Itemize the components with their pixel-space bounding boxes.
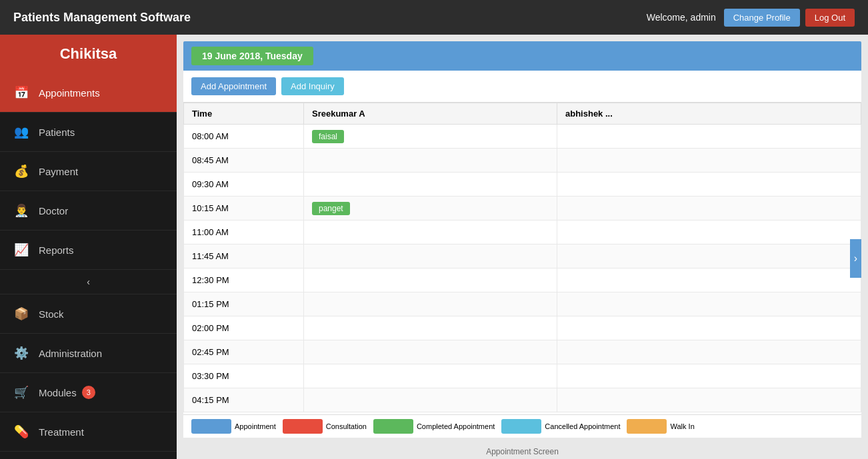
modules-icon: 🛒 [13, 385, 29, 400]
sidebar-item-reports[interactable]: 📈 Reports [0, 230, 177, 270]
sidebar-footer: © 2017 Sanskruti Technologies [0, 452, 177, 459]
col-time: Time [184, 103, 304, 125]
sidebar-item-stock[interactable]: 📦 Stock [0, 294, 177, 334]
sreekumar-cell[interactable] [304, 244, 557, 268]
sidebar-item-patients[interactable]: 👥 Patients [0, 113, 177, 152]
sidebar-item-modules[interactable]: 🛒 Modules 3 [0, 373, 177, 412]
time-cell: 09:30 AM [184, 173, 304, 197]
abhishek-cell[interactable] [557, 149, 861, 173]
legend-dot-walkin [627, 419, 667, 434]
sidebar-item-label: Reports [39, 244, 74, 256]
sidebar-item-label: Stock [39, 308, 64, 320]
sreekumar-cell[interactable] [304, 340, 557, 364]
date-badge: 19 June 2018, Tuesday [191, 47, 313, 65]
legend-dot-appointment [191, 419, 231, 434]
time-cell: 11:00 AM [184, 221, 304, 244]
nav-arrow-right-button[interactable]: › [850, 239, 861, 278]
sreekumar-cell[interactable] [304, 173, 557, 197]
sidebar-brand: Chikitsa [0, 35, 177, 73]
sreekumar-cell[interactable] [304, 364, 557, 388]
bottom-caption: Appointment Screen [177, 444, 868, 459]
sreekumar-cell[interactable]: panget [304, 197, 557, 221]
sreekumar-cell[interactable] [304, 292, 557, 316]
sidebar-item-payment[interactable]: 💰 Payment [0, 152, 177, 191]
top-header: Patients Management Software Welcome, ad… [0, 0, 868, 35]
legend-completed: Completed Appointment [373, 419, 495, 434]
calendar-toolbar: Add Appointment Add Inquiry [183, 71, 861, 103]
main-layout: Chikitsa 📅 Appointments 👥 Patients 💰 Pay… [0, 35, 868, 459]
legend-dot-completed [373, 419, 413, 434]
collapse-icon: ‹ [87, 276, 90, 287]
add-appointment-button[interactable]: Add Appointment [191, 77, 276, 95]
time-cell: 04:15 PM [184, 388, 304, 412]
sidebar-item-label: Doctor [39, 205, 68, 217]
time-cell: 02:45 PM [184, 340, 304, 364]
payment-icon: 💰 [13, 164, 29, 179]
abhishek-cell[interactable] [557, 340, 861, 364]
time-cell: 11:45 AM [184, 244, 304, 268]
sreekumar-cell[interactable]: faisal [304, 125, 557, 149]
abhishek-cell[interactable] [557, 173, 861, 197]
legend-cancelled: Cancelled Appointment [501, 419, 620, 434]
abhishek-cell[interactable] [557, 292, 861, 316]
administration-icon: ⚙️ [13, 346, 29, 360]
abhishek-cell[interactable] [557, 316, 861, 340]
doctor-icon: 👨‍⚕️ [13, 203, 29, 218]
abhishek-cell[interactable] [557, 244, 861, 268]
change-profile-button[interactable]: Change Profile [724, 9, 800, 27]
app-title: Patients Management Software [13, 11, 647, 25]
appointment-tag[interactable]: faisal [312, 130, 344, 143]
abhishek-cell[interactable] [557, 221, 861, 244]
sreekumar-cell[interactable] [304, 221, 557, 244]
welcome-text: Welcome, admin [647, 12, 716, 23]
sidebar-item-label: Payment [39, 166, 78, 177]
sidebar-item-appointments[interactable]: 📅 Appointments [0, 73, 177, 113]
col-abhishek: abhishek ... [557, 103, 861, 125]
sidebar-item-administration[interactable]: ⚙️ Administration [0, 334, 177, 373]
calendar-container: 19 June 2018, Tuesday Add Appointment Ad… [177, 35, 868, 444]
legend-label-consultation: Consultation [326, 422, 367, 430]
abhishek-cell[interactable] [557, 125, 861, 149]
modules-badge: 3 [82, 386, 95, 399]
sidebar-item-label: Administration [39, 348, 102, 359]
sidebar: Chikitsa 📅 Appointments 👥 Patients 💰 Pay… [0, 35, 177, 459]
sreekumar-cell[interactable] [304, 268, 557, 292]
legend-label-completed: Completed Appointment [417, 422, 495, 430]
abhishek-cell[interactable] [557, 197, 861, 221]
content-area: 19 June 2018, Tuesday Add Appointment Ad… [177, 35, 868, 459]
legend-dot-cancelled [501, 419, 541, 434]
legend-label-appointment: Appointment [235, 422, 276, 430]
appointment-table: Time Sreekumar A abhishek ... 08:00 AMfa… [183, 103, 861, 412]
legend-label-walkin: Walk In [670, 422, 694, 430]
time-cell: 01:15 PM [184, 292, 304, 316]
appointment-tag[interactable]: panget [312, 202, 350, 215]
col-sreekumar: Sreekumar A [304, 103, 557, 125]
abhishek-cell[interactable] [557, 268, 861, 292]
calendar-header-bar: 19 June 2018, Tuesday [183, 41, 861, 71]
sreekumar-cell[interactable] [304, 316, 557, 340]
abhishek-cell[interactable] [557, 364, 861, 388]
sidebar-item-treatment[interactable]: 💊 Treatment [0, 412, 177, 452]
sreekumar-cell[interactable] [304, 388, 557, 412]
legend-consultation: Consultation [283, 419, 367, 434]
sidebar-item-label: Patients [39, 127, 75, 138]
time-cell: 08:00 AM [184, 125, 304, 149]
time-cell: 02:00 PM [184, 316, 304, 340]
appointment-table-wrapper[interactable]: Time Sreekumar A abhishek ... 08:00 AMfa… [183, 103, 861, 414]
time-cell: 10:15 AM [184, 197, 304, 221]
abhishek-cell[interactable] [557, 388, 861, 412]
sidebar-item-label: Modules [39, 387, 77, 398]
legend-walkin: Walk In [627, 419, 694, 434]
patients-icon: 👥 [13, 125, 29, 139]
appointments-icon: 📅 [13, 85, 29, 100]
time-cell: 03:30 PM [184, 364, 304, 388]
sidebar-item-label: Appointments [39, 87, 100, 99]
legend-bar: Appointment Consultation Completed Appoi… [183, 414, 861, 438]
time-cell: 12:30 PM [184, 268, 304, 292]
sidebar-item-doctor[interactable]: 👨‍⚕️ Doctor [0, 191, 177, 230]
sreekumar-cell[interactable] [304, 149, 557, 173]
logout-button[interactable]: Log Out [805, 9, 855, 27]
legend-appointment: Appointment [191, 419, 276, 434]
add-inquiry-button[interactable]: Add Inquiry [281, 77, 344, 95]
sidebar-collapse-button[interactable]: ‹ [0, 270, 177, 294]
